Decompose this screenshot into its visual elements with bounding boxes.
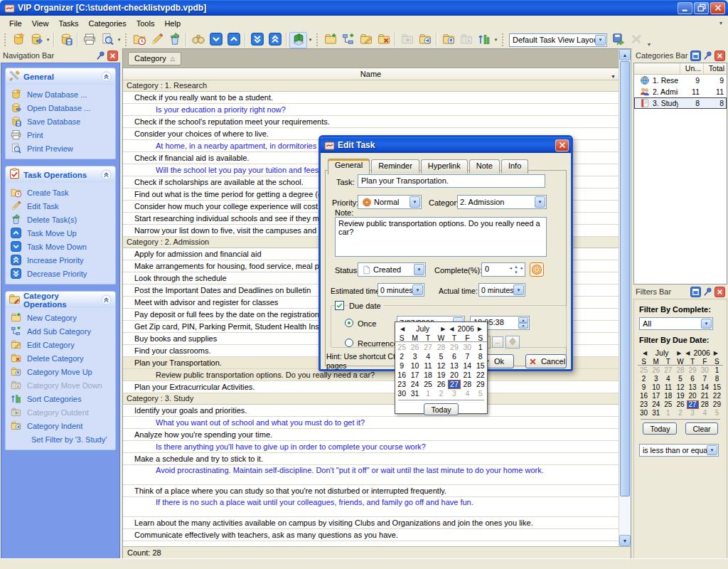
- sidebar-item-new-database[interactable]: New Database ...: [6, 87, 115, 101]
- category-outdent-button[interactable]: [398, 32, 416, 48]
- sidebar-item-create-task[interactable]: Create Task: [6, 186, 115, 199]
- task-move-down-button[interactable]: [207, 32, 225, 48]
- task-row[interactable]: Check if you really want to be a student…: [123, 92, 619, 104]
- chevron-down-icon[interactable]: ▼: [535, 196, 545, 208]
- calendar-day[interactable]: 29: [474, 380, 487, 389]
- scroll-up-icon[interactable]: ▲: [619, 49, 631, 60]
- next-year-icon[interactable]: ▶: [476, 326, 484, 332]
- calendar-day[interactable]: 16: [395, 371, 408, 380]
- menu-tasks[interactable]: Tasks: [53, 17, 83, 30]
- task-row[interactable]: Analyze how you're spending your time.: [123, 429, 619, 441]
- calendar-day[interactable]: 25: [638, 366, 650, 375]
- calendar-day[interactable]: 11: [662, 383, 674, 392]
- sidebar-item-task-move-up[interactable]: Task Move Up: [6, 226, 115, 240]
- task-move-up-button[interactable]: [225, 32, 242, 48]
- menu-view[interactable]: View: [27, 17, 54, 30]
- calendar-day[interactable]: 1: [662, 409, 674, 418]
- calendar-day[interactable]: 26: [434, 380, 447, 389]
- chevron-down-icon[interactable]: ▼: [701, 319, 712, 329]
- calendar-day[interactable]: 4: [662, 375, 674, 383]
- find-tasks-button[interactable]: [189, 32, 207, 48]
- calendar-day[interactable]: 2: [674, 409, 686, 418]
- sort-categories-button[interactable]: [475, 32, 493, 48]
- edit-category-button[interactable]: [357, 32, 375, 48]
- close-button[interactable]: [710, 2, 725, 14]
- pushpin-icon[interactable]: [95, 50, 106, 61]
- sidebar-item-add-sub-category[interactable]: Add Sub Category: [6, 324, 115, 338]
- sidebar-item-print[interactable]: Print: [6, 128, 115, 142]
- calendar-day[interactable]: 26: [674, 400, 686, 409]
- calendar-day[interactable]: 23: [638, 400, 650, 409]
- step-right-icon[interactable]: ▸: [520, 265, 523, 271]
- calendar-day[interactable]: 3: [408, 352, 421, 361]
- sidebar-item-delete-task-s[interactable]: Delete Task(s): [6, 213, 115, 226]
- group-by-category-button[interactable]: Category △: [128, 52, 181, 65]
- sidebar-item-category-indent[interactable]: Category Indent: [6, 419, 115, 432]
- category-move-down-button[interactable]: [457, 32, 475, 48]
- tab-hyperlink[interactable]: Hyperlink: [421, 159, 468, 174]
- print-preview-button[interactable]: [98, 32, 116, 48]
- chevron-down-icon[interactable]: ▼: [410, 196, 420, 208]
- view-notes-dropdown-icon[interactable]: ▾: [307, 37, 314, 43]
- priority-select[interactable]: Normal ▼: [358, 195, 422, 209]
- scroll-down-icon[interactable]: ▼: [619, 535, 631, 546]
- calendar-day[interactable]: 1: [711, 366, 723, 375]
- edit-task-button[interactable]: [148, 32, 166, 48]
- calendar-day[interactable]: 16: [638, 392, 650, 400]
- task-row[interactable]: Learn about the many activities availabl…: [123, 517, 619, 529]
- collapse-chevron-icon[interactable]: [101, 169, 112, 181]
- task-row[interactable]: Communicate effectively with teachers, a…: [123, 529, 619, 541]
- calendar-day[interactable]: 28: [461, 380, 473, 389]
- calendar-day[interactable]: 25: [662, 400, 674, 409]
- calendar-day[interactable]: 20: [687, 392, 699, 400]
- prev-month-icon[interactable]: ◀: [641, 350, 649, 356]
- calendar-day[interactable]: 4: [461, 389, 473, 398]
- category-item-3-study[interactable]: 3. Study88: [634, 97, 727, 109]
- filter-complete-select[interactable]: All ▼: [639, 317, 713, 330]
- sort-categories-dropdown-icon[interactable]: ▾: [493, 37, 499, 43]
- calendar-day[interactable]: 11: [422, 361, 434, 371]
- cancel-button[interactable]: Cancel: [525, 354, 567, 368]
- tab-note[interactable]: Note: [469, 159, 500, 174]
- calendar-day[interactable]: 25: [422, 380, 434, 389]
- calendar-day[interactable]: 19: [434, 371, 447, 380]
- calendar-day[interactable]: 22: [711, 392, 723, 400]
- calendar-day[interactable]: 30: [461, 343, 473, 352]
- spin-up-down-icon[interactable]: ▲▼: [514, 264, 518, 275]
- calendar-day[interactable]: 6: [448, 352, 461, 361]
- float-panel-icon[interactable]: [690, 287, 701, 297]
- menu-categories[interactable]: Categories: [84, 17, 132, 30]
- task-row[interactable]: Check if the school's reputation meet yo…: [123, 116, 619, 128]
- uncompleted-column-header[interactable]: Un...: [680, 63, 703, 74]
- calendar-day[interactable]: 13: [448, 361, 461, 371]
- task-row[interactable]: What you want out of school and what you…: [123, 417, 619, 429]
- task-row[interactable]: Is there anything you'll have to give up…: [123, 441, 619, 453]
- actual-time-select[interactable]: 0 minutes ▼: [478, 283, 525, 297]
- calendar-day[interactable]: 18: [662, 392, 674, 400]
- chevron-down-icon[interactable]: ▼: [513, 284, 524, 295]
- calendar-day[interactable]: 12: [674, 383, 686, 392]
- calendar-day[interactable]: 10: [408, 361, 421, 371]
- chevron-down-icon[interactable]: ▼: [412, 284, 423, 295]
- delete-task-button[interactable]: [166, 32, 183, 48]
- calendar-day[interactable]: 18: [422, 371, 434, 380]
- tab-info[interactable]: Info: [501, 159, 528, 174]
- open-database-button[interactable]: [27, 32, 45, 48]
- calendar-day[interactable]: 4: [699, 409, 711, 418]
- task-view-layout-combo[interactable]: Default Task View Layout▼: [509, 33, 607, 47]
- calendar-day[interactable]: 5: [474, 389, 487, 398]
- calendar-day[interactable]: 27: [662, 366, 674, 375]
- task-row[interactable]: Avoid procrastinating. Maintain self-dis…: [123, 465, 619, 485]
- calendar-day[interactable]: 7: [461, 352, 473, 361]
- calendar-day[interactable]: 3: [448, 389, 461, 398]
- calendar-day[interactable]: 30: [699, 366, 711, 375]
- sidebar-item-delete-category[interactable]: Delete Category: [6, 351, 115, 365]
- calendar-day[interactable]: 5: [434, 352, 447, 361]
- chevron-down-icon[interactable]: ▼: [595, 35, 606, 46]
- calendar-day[interactable]: 3: [650, 375, 662, 383]
- sidebar-item-increase-priority[interactable]: Increase Priority: [6, 253, 115, 267]
- save-database-button[interactable]: [57, 32, 75, 48]
- calendar-day[interactable]: 2: [395, 352, 408, 361]
- dialog-close-button[interactable]: [555, 139, 569, 151]
- delete-layout-button[interactable]: [627, 32, 645, 48]
